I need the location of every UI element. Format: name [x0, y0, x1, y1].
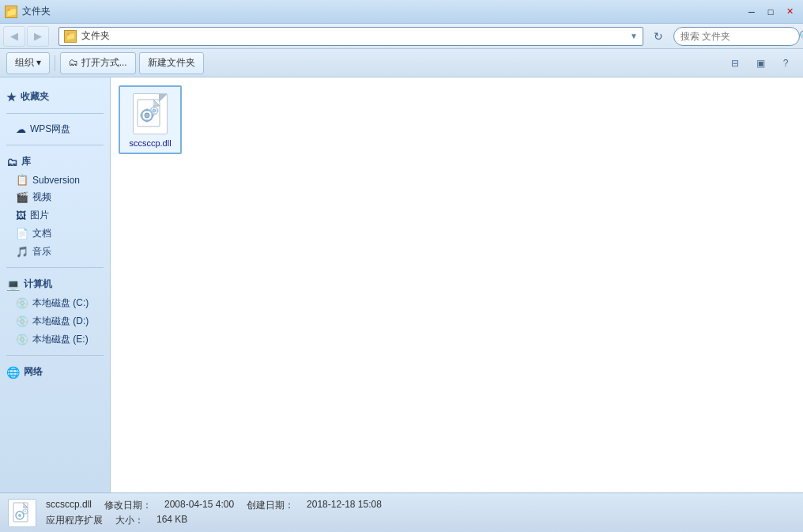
status-create-label: 创建日期： [247, 499, 294, 512]
open-with-button[interactable]: 🗂 打开方式... [60, 52, 135, 74]
computer-header[interactable]: 💻 计算机 [0, 274, 110, 294]
view-options-button[interactable]: ⊟ [724, 53, 746, 74]
status-size-label: 大小： [115, 514, 144, 527]
favorites-section: ★ 收藏夹 [0, 84, 110, 110]
status-create-date: 2018-12-18 15:08 [307, 499, 382, 512]
sidebar-divider-2 [6, 145, 104, 145]
file-icon-wrapper [128, 92, 172, 136]
toolbar-right: ⊟ ▣ ? [724, 53, 797, 74]
library-section: 🗂 库 📋 Subversion 🎬 视频 🖼 图片 📄 文档 🎵 音乐 [0, 149, 110, 264]
titlebar: 📁 文件夹 ─ □ ✕ [0, 0, 803, 24]
svg-rect-4 [146, 120, 149, 123]
search-bar[interactable]: 🔍 [673, 27, 800, 46]
address-text: 文件夹 [81, 29, 630, 43]
library-label: 库 [21, 155, 31, 168]
sidebar: ★ 收藏夹 ☁ WPS网盘 🗂 库 📋 Subversion 🎬 [0, 77, 111, 492]
sidebar-item-doc[interactable]: 📄 文档 [0, 224, 110, 243]
sidebar-item-video[interactable]: 🎬 视频 [0, 188, 110, 206]
star-icon: ★ [6, 91, 17, 104]
organize-button[interactable]: 组织 ▾ [6, 52, 50, 74]
sidebar-item-wps[interactable]: ☁ WPS网盘 [0, 120, 110, 138]
maximize-button[interactable]: □ [762, 4, 779, 20]
sidebar-item-music[interactable]: 🎵 音乐 [0, 243, 110, 261]
library-header[interactable]: 🗂 库 [0, 152, 110, 172]
favorites-label: 收藏夹 [21, 90, 49, 104]
status-row-2: 应用程序扩展 大小： 164 KB [46, 514, 382, 527]
drive-c-label: 本地磁盘 (C:) [32, 296, 89, 310]
svg-point-15 [18, 514, 21, 517]
video-icon: 🎬 [16, 191, 28, 203]
window-title: 文件夹 [22, 5, 51, 18]
drive-c-icon: 💿 [16, 297, 28, 309]
music-icon: 🎵 [16, 246, 28, 258]
image-icon: 🖼 [16, 209, 26, 221]
sidebar-divider-4 [6, 355, 104, 356]
file-item-sccsccp[interactable]: sccsccp.dll [119, 85, 182, 154]
svg-point-2 [145, 113, 149, 118]
file-name: sccsccp.dll [129, 138, 171, 148]
dll-svg-icon [134, 98, 166, 130]
computer-section: 💻 计算机 💿 本地磁盘 (C:) 💿 本地磁盘 (D:) 💿 本地磁盘 (E:… [0, 271, 110, 352]
network-section: 🌐 网络 [0, 359, 110, 385]
drive-e-label: 本地磁盘 (E:) [32, 333, 89, 346]
status-filename: sccsccp.dll [46, 499, 92, 512]
drive-e-icon: 💿 [16, 334, 28, 345]
svg-rect-5 [141, 115, 143, 117]
sidebar-item-image[interactable]: 🖼 图片 [0, 206, 110, 224]
file-grid: sccsccp.dll [119, 85, 795, 154]
network-label: 网络 [24, 365, 43, 379]
close-button[interactable]: ✕ [781, 4, 798, 20]
svg-point-8 [153, 109, 156, 112]
titlebar-controls: ─ □ ✕ [743, 4, 798, 20]
back-button[interactable]: ◀ [3, 26, 25, 47]
computer-icon: 💻 [6, 278, 20, 291]
sidebar-item-drive-e[interactable]: 💿 本地磁盘 (E:) [0, 330, 110, 349]
network-header[interactable]: 🌐 网络 [0, 362, 110, 382]
minimize-button[interactable]: ─ [743, 4, 760, 20]
search-icon: 🔍 [799, 30, 803, 42]
library-icon: 🗂 [6, 156, 17, 168]
sidebar-item-drive-c[interactable]: 💿 本地磁盘 (C:) [0, 294, 110, 312]
view-toggle-button[interactable]: ▣ [749, 53, 771, 74]
image-label: 图片 [30, 209, 49, 222]
svg-rect-3 [146, 109, 149, 111]
cloud-icon: ☁ [16, 123, 26, 135]
svg-rect-12 [157, 110, 159, 112]
nav-toolbar: ◀ ▶ 📁 文件夹 ▼ ↻ 🔍 [0, 24, 803, 49]
status-modify-date: 2008-04-15 4:00 [164, 499, 234, 512]
wps-label: WPS网盘 [30, 123, 70, 136]
music-label: 音乐 [32, 245, 51, 258]
titlebar-left: 📁 文件夹 [5, 5, 51, 18]
address-dropdown-icon[interactable]: ▼ [630, 32, 638, 40]
subversion-label: Subversion [32, 175, 80, 186]
main-content: ★ 收藏夹 ☁ WPS网盘 🗂 库 📋 Subversion 🎬 [0, 77, 803, 492]
new-folder-button[interactable]: 新建文件夹 [139, 52, 204, 74]
drive-d-label: 本地磁盘 (D:) [32, 315, 89, 328]
address-folder-icon: 📁 [64, 30, 77, 43]
refresh-button[interactable]: ↻ [648, 27, 669, 46]
sidebar-item-drive-d[interactable]: 💿 本地磁盘 (D:) [0, 312, 110, 330]
help-button[interactable]: ? [775, 53, 797, 74]
status-size-value: 164 KB [156, 514, 187, 527]
subversion-icon: 📋 [16, 174, 28, 186]
svg-point-17 [25, 510, 26, 511]
network-icon: 🌐 [6, 366, 20, 379]
sidebar-divider-3 [6, 267, 104, 268]
secondary-toolbar: 组织 ▾ 🗂 打开方式... 新建文件夹 ⊟ ▣ ? [0, 49, 803, 77]
address-bar[interactable]: 📁 文件夹 ▼ [58, 27, 643, 46]
forward-button[interactable]: ▶ [27, 26, 49, 47]
favorites-header[interactable]: ★ 收藏夹 [0, 87, 110, 107]
toolbar-separator [55, 55, 55, 71]
wps-section: ☁ WPS网盘 [0, 117, 110, 141]
status-file-icon [8, 499, 36, 527]
status-type: 应用程序扩展 [46, 514, 103, 527]
search-input[interactable] [680, 31, 799, 42]
status-info: sccsccp.dll 修改日期： 2008-04-15 4:00 创建日期： … [46, 499, 382, 527]
svg-rect-9 [153, 107, 156, 108]
drive-d-icon: 💿 [16, 315, 28, 327]
sidebar-divider-1 [6, 113, 104, 114]
doc-icon: 📄 [16, 228, 28, 240]
computer-label: 计算机 [24, 277, 52, 291]
statusbar: sccsccp.dll 修改日期： 2008-04-15 4:00 创建日期： … [0, 492, 803, 532]
sidebar-item-subversion[interactable]: 📋 Subversion [0, 172, 110, 188]
